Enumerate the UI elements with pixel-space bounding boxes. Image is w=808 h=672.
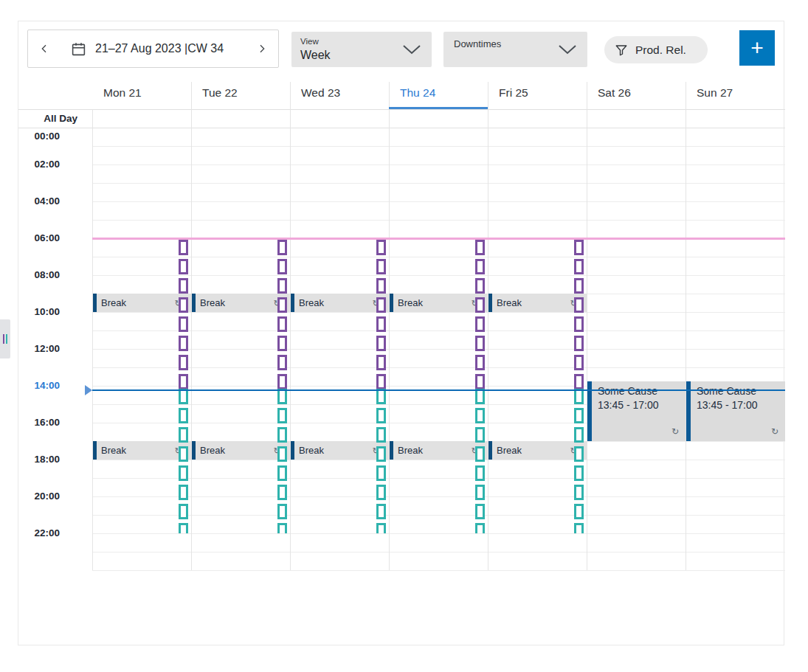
- day-header-sun-27[interactable]: Sun 27: [686, 77, 785, 109]
- event-break[interactable]: Break↻: [192, 294, 290, 312]
- early-shift-bar-segment: [277, 374, 287, 389]
- production-release-filter[interactable]: Prod. Rel.: [604, 36, 708, 63]
- current-time-arrow-icon: [85, 385, 92, 395]
- early-shift-bar-segment: [574, 297, 584, 313]
- day-column-border: [389, 82, 390, 570]
- hour-gridline: [92, 220, 785, 221]
- day-header-tue-22[interactable]: Tue 22: [191, 77, 290, 109]
- downtimes-select[interactable]: Downtimes: [443, 32, 587, 67]
- event-break[interactable]: Break↻: [93, 294, 191, 312]
- time-label: 14:00: [18, 380, 60, 391]
- late-shift-bar-segment: [376, 485, 386, 500]
- day-header-mon-21[interactable]: Mon 21: [92, 77, 191, 109]
- late-shift-bar-segment: [179, 523, 188, 533]
- early-shift-bar-segment: [475, 374, 485, 389]
- early-shift-bar-segment: [475, 316, 485, 332]
- early-shift-bar-segment: [179, 278, 188, 294]
- early-shift-bar-segment: [475, 355, 485, 370]
- late-shift-bar[interactable]: [179, 389, 188, 533]
- hour-gridline: [92, 552, 785, 553]
- event-break[interactable]: Break↻: [390, 294, 488, 312]
- event-break[interactable]: Break↻: [390, 441, 488, 460]
- next-week-button[interactable]: [246, 30, 278, 67]
- time-label: 08:00: [18, 269, 60, 280]
- event-title: Break: [97, 445, 126, 456]
- day-header-fri-25[interactable]: Fri 25: [488, 77, 587, 109]
- chevron-right-icon: [256, 43, 268, 55]
- early-shift-bar-segment: [179, 297, 188, 313]
- prev-week-button[interactable]: [28, 30, 61, 67]
- early-shift-bar-segment: [277, 355, 287, 370]
- time-gutter-border: [92, 110, 93, 570]
- date-range-label: 21–27 Aug 2023 |CW 34: [95, 42, 246, 55]
- late-shift-bar-segment: [179, 504, 188, 519]
- late-shift-bar[interactable]: [376, 389, 386, 533]
- recurrence-icon: ↻: [671, 425, 679, 439]
- day-column-border: [587, 82, 587, 570]
- active-day-underline: [389, 107, 488, 109]
- hour-gridline: [92, 496, 785, 497]
- plus-icon: +: [750, 37, 764, 59]
- early-shift-bar[interactable]: [574, 240, 584, 389]
- early-shift-bar-segment: [475, 259, 485, 274]
- day-header-sat-26[interactable]: Sat 26: [587, 77, 686, 109]
- early-shift-bar-segment: [376, 240, 386, 255]
- hour-gridline: [92, 164, 785, 165]
- early-shift-bar-segment: [376, 374, 386, 389]
- early-shift-bar-segment: [574, 336, 584, 351]
- time-label: 18:00: [18, 454, 60, 465]
- recurrence-icon: ↻: [771, 425, 778, 439]
- day-header-thu-24[interactable]: Thu 24: [389, 77, 488, 109]
- event-break[interactable]: Break↻: [291, 441, 389, 460]
- time-label: 04:00: [18, 195, 60, 207]
- late-shift-bar-segment: [179, 485, 188, 500]
- hour-gridline: [92, 201, 785, 202]
- event-time-range: 13:45 - 17:00: [598, 398, 680, 412]
- event-title: Break: [196, 445, 225, 456]
- early-shift-bar[interactable]: [475, 240, 485, 389]
- event-break[interactable]: Break↻: [488, 294, 587, 312]
- chevron-left-icon: [38, 43, 50, 55]
- event-title: Break: [294, 445, 324, 456]
- time-label: 10:00: [18, 306, 60, 317]
- time-label: 06:00: [18, 232, 60, 243]
- side-panel-expand-handle[interactable]: [0, 319, 10, 358]
- late-shift-bar[interactable]: [277, 389, 287, 533]
- late-shift-bar-segment: [475, 485, 485, 500]
- late-shift-bar-segment: [475, 446, 485, 462]
- early-shift-bar[interactable]: [376, 240, 386, 389]
- early-shift-bar-segment: [475, 336, 485, 351]
- early-shift-bar-segment: [475, 297, 485, 313]
- early-shift-bar-segment: [574, 374, 584, 389]
- early-shift-bar[interactable]: [179, 240, 188, 389]
- event-time-range: 13:45 - 17:00: [697, 398, 779, 412]
- hour-gridline: [92, 257, 785, 257]
- event-break[interactable]: Break↻: [291, 294, 389, 312]
- chevron-down-icon: [558, 44, 577, 55]
- late-shift-bar-segment: [376, 408, 386, 423]
- event-title: Break: [492, 445, 522, 456]
- day-header-wed-23[interactable]: Wed 23: [290, 77, 389, 109]
- event-title: Break: [492, 297, 522, 308]
- add-event-button[interactable]: +: [739, 30, 775, 66]
- event-break[interactable]: Break↻: [93, 441, 191, 460]
- date-navigator: 21–27 Aug 2023 |CW 34: [27, 30, 279, 68]
- late-shift-bar[interactable]: [574, 389, 584, 533]
- event-break[interactable]: Break↻: [192, 441, 290, 460]
- time-label: 12:00: [18, 343, 60, 354]
- view-select[interactable]: View Week: [291, 32, 432, 67]
- scheduler-widget: 21–27 Aug 2023 |CW 34 View Week Downtime…: [18, 21, 784, 645]
- early-shift-bar-segment: [475, 278, 485, 294]
- day-column-border: [191, 82, 192, 570]
- early-shift-bar-segment: [179, 355, 188, 370]
- late-shift-bar-segment: [376, 504, 386, 519]
- day-column-border: [290, 82, 291, 570]
- early-shift-bar-segment: [179, 336, 188, 351]
- early-shift-bar[interactable]: [277, 240, 287, 389]
- current-time-line: [92, 389, 785, 391]
- early-shift-bar-segment: [574, 316, 584, 332]
- header-row-border: [18, 109, 785, 110]
- late-shift-bar-segment: [574, 523, 584, 533]
- late-shift-bar[interactable]: [475, 389, 485, 533]
- event-break[interactable]: Break↻: [488, 441, 587, 460]
